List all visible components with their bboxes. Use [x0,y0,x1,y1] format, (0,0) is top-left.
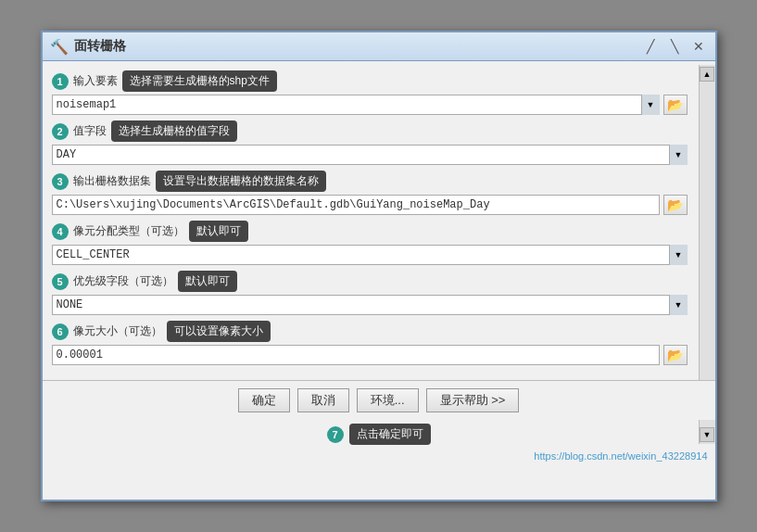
step1-label-text: 输入要素 [73,73,118,89]
step6-label-text: 像元大小（可选） [73,323,162,339]
step6-row: 6 像元大小（可选） 可以设置像素大小 📂 [52,321,688,365]
step7-tooltip: 点击确定即可 [349,424,431,445]
step2-input-row: ▼ [52,145,688,165]
step6-folder-button[interactable]: 📂 [663,345,688,365]
form-content: 1 输入要素 选择需要生成栅格的shp文件 ▼ 📂 2 值字段 选择生成栅格的值… [43,61,715,380]
step5-label: 5 优先级字段（可选） 默认即可 [52,271,688,292]
step5-badge: 5 [52,273,69,290]
step2-tooltip: 选择生成栅格的值字段 [111,120,237,142]
step5-row: 5 优先级字段（可选） 默认即可 ▼ [52,271,688,315]
title-bar: 🔨 面转栅格 ╱ ╲ ✕ [43,32,715,61]
step3-badge: 3 [52,173,69,190]
step3-label: 3 输出栅格数据集 设置导出数据栅格的数据集名称 [52,171,688,192]
step3-label-text: 输出栅格数据集 [73,173,151,189]
step3-input[interactable] [52,195,660,215]
cancel-button[interactable]: 取消 [297,388,349,412]
step1-folder-button[interactable]: 📂 [663,95,688,115]
step4-label: 4 像元分配类型（可选） 默认即可 [52,221,688,242]
step1-tooltip: 选择需要生成栅格的shp文件 [122,70,277,92]
step2-badge: 2 [52,123,69,140]
step2-input[interactable] [52,145,688,165]
step7-badge: 7 [327,426,344,443]
step5-dropdown-wrapper: ▼ [52,295,688,315]
restore-button[interactable]: ╲ [665,37,684,56]
step5-tooltip: 默认即可 [178,271,237,292]
confirm-button[interactable]: 确定 [238,388,290,412]
title-icon: 🔨 [50,38,69,56]
scroll-down-arrow[interactable]: ▼ [700,427,714,442]
step6-input[interactable] [52,345,660,365]
step1-row: 1 输入要素 选择需要生成栅格的shp文件 ▼ 📂 [52,70,688,115]
step5-input-row: ▼ [52,295,688,315]
step4-input-row: ▼ [52,245,688,265]
step1-label: 1 输入要素 选择需要生成栅格的shp文件 [52,70,688,92]
step2-label-text: 值字段 [73,123,107,139]
step5-label-text: 优先级字段（可选） [73,273,173,289]
bottom-bar: 确定 取消 环境... 显示帮助 >> [43,380,715,420]
env-button[interactable]: 环境... [357,388,419,412]
dialog-title: 面转栅格 [74,38,636,55]
step3-row: 3 输出栅格数据集 设置导出数据栅格的数据集名称 📂 [52,171,688,215]
step2-row: 2 值字段 选择生成栅格的值字段 ▼ [52,120,688,165]
step1-input-row: ▼ 📂 [52,95,688,115]
step4-row: 4 像元分配类型（可选） 默认即可 ▼ [52,221,688,265]
step2-dropdown-wrapper: ▼ [52,145,688,165]
step5-input[interactable] [52,295,688,315]
step1-badge: 1 [52,73,69,90]
dialog: 🔨 面转栅格 ╱ ╲ ✕ ▲ ▼ 1 输入要素 选择需要生成栅格的shp文件 ▼… [41,31,717,501]
help-button[interactable]: 显示帮助 >> [426,388,520,412]
step3-folder-button[interactable]: 📂 [663,195,688,215]
step4-tooltip: 默认即可 [189,221,248,242]
minimize-button[interactable]: ╱ [641,37,660,56]
watermark: https://blog.csdn.net/weixin_43228914 [534,450,707,462]
step1-input[interactable] [52,95,660,115]
step4-badge: 4 [52,223,69,240]
step4-input[interactable] [52,245,688,265]
step3-tooltip: 设置导出数据栅格的数据集名称 [156,171,326,192]
step6-badge: 6 [52,323,69,340]
scroll-up-arrow[interactable]: ▲ [700,67,714,82]
close-button[interactable]: ✕ [689,37,708,56]
step6-input-row: 📂 [52,345,688,365]
step7-row: 7 点击确定即可 [43,424,715,445]
step4-label-text: 像元分配类型（可选） [73,223,184,239]
step6-tooltip: 可以设置像素大小 [167,321,271,342]
step1-dropdown-wrapper: ▼ [52,95,660,115]
step4-dropdown-wrapper: ▼ [52,245,688,265]
step3-input-row: 📂 [52,195,688,215]
step2-label: 2 值字段 选择生成栅格的值字段 [52,120,688,142]
step6-label: 6 像元大小（可选） 可以设置像素大小 [52,321,688,342]
